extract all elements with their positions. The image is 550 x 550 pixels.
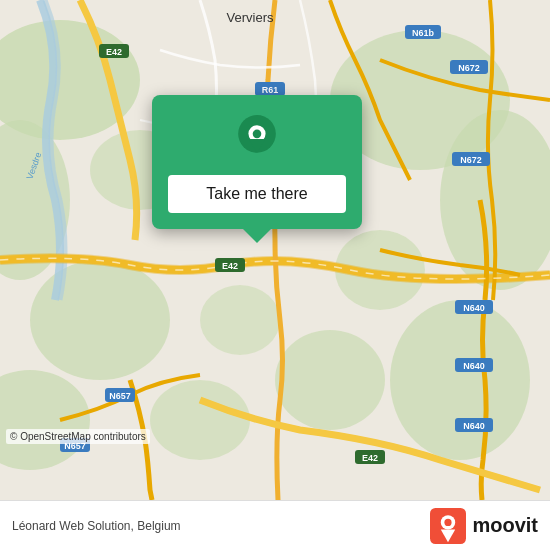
svg-text:R61: R61 [262,85,279,95]
svg-text:N640: N640 [463,303,485,313]
company-label: Léonard Web Solution, Belgium [12,519,181,533]
footer-bar: Léonard Web Solution, Belgium moovit [0,500,550,550]
svg-text:N672: N672 [458,63,480,73]
osm-credit: © OpenStreetMap contributors [6,429,150,444]
svg-point-45 [445,518,452,525]
svg-text:N640: N640 [463,421,485,431]
svg-point-5 [150,380,250,460]
moovit-icon [430,508,466,544]
location-pin-icon [233,115,281,163]
svg-point-8 [390,300,530,460]
svg-text:Verviers: Verviers [227,10,274,25]
popup-card: Take me there [152,95,362,229]
svg-point-3 [30,260,170,380]
svg-text:E42: E42 [222,261,238,271]
svg-text:N657: N657 [109,391,131,401]
svg-point-9 [275,330,385,430]
moovit-text-label: moovit [472,514,538,537]
take-me-there-button[interactable]: Take me there [168,175,346,213]
moovit-logo-container: moovit [430,508,538,544]
svg-text:N61b: N61b [412,28,435,38]
svg-text:N672: N672 [460,155,482,165]
map-svg: Verviers E42 R61 N61b N672 N672 N640 N64… [0,0,550,500]
svg-text:N640: N640 [463,361,485,371]
svg-point-12 [200,285,280,355]
svg-text:E42: E42 [106,47,122,57]
svg-point-41 [253,130,262,139]
svg-text:E42: E42 [362,453,378,463]
map-container: Verviers E42 R61 N61b N672 N672 N640 N64… [0,0,550,500]
